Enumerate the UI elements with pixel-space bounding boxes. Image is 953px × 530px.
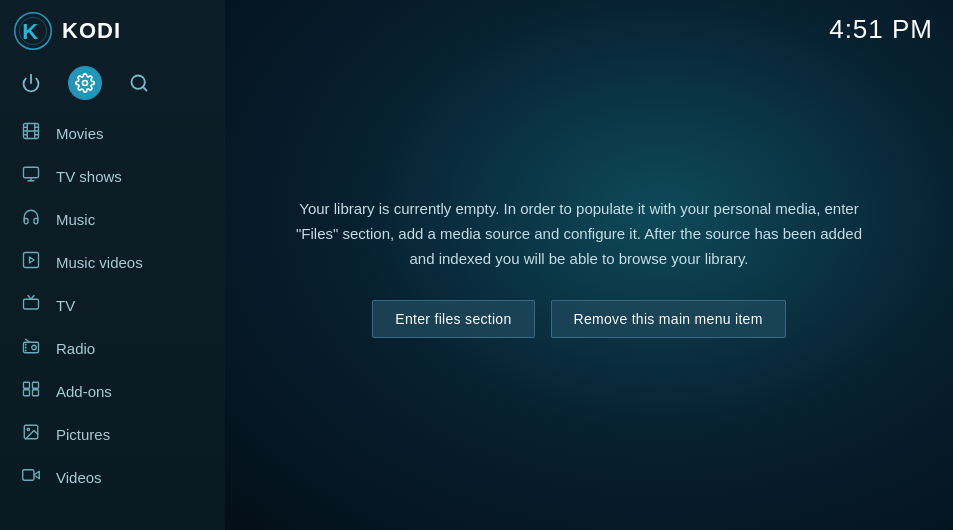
empty-library-panel: Your library is currently empty. In orde… <box>225 5 933 530</box>
svg-rect-27 <box>33 382 39 388</box>
svg-text:K: K <box>22 19 38 44</box>
sidebar: K KODI <box>0 0 225 530</box>
svg-point-31 <box>27 428 29 430</box>
tv-label: TV <box>56 297 75 314</box>
svg-point-22 <box>32 345 37 350</box>
addons-icon <box>20 380 42 403</box>
videos-label: Videos <box>56 469 102 486</box>
kodi-logo-icon: K <box>14 12 52 50</box>
sidebar-item-radio[interactable]: Radio <box>0 327 225 370</box>
svg-rect-15 <box>24 167 39 178</box>
videos-icon <box>20 466 42 489</box>
movies-icon <box>20 122 42 145</box>
svg-rect-20 <box>24 299 39 309</box>
music-videos-icon <box>20 251 42 274</box>
sidebar-icon-bar <box>0 58 225 112</box>
music-icon <box>20 208 42 231</box>
radio-label: Radio <box>56 340 95 357</box>
tv-shows-icon <box>20 165 42 188</box>
sidebar-nav: Movies TV shows Music <box>0 112 225 530</box>
svg-rect-28 <box>24 390 30 396</box>
movies-label: Movies <box>56 125 104 142</box>
search-icon <box>129 73 149 93</box>
library-empty-message: Your library is currently empty. In orde… <box>285 197 873 271</box>
main-content: 4:51 PM Your library is currently empty.… <box>225 0 953 530</box>
sidebar-item-music-videos[interactable]: Music videos <box>0 241 225 284</box>
gear-icon <box>75 73 95 93</box>
power-button[interactable] <box>14 66 48 100</box>
sidebar-item-music[interactable]: Music <box>0 198 225 241</box>
svg-rect-18 <box>24 253 39 268</box>
music-videos-label: Music videos <box>56 254 143 271</box>
sidebar-item-pictures[interactable]: Pictures <box>0 413 225 456</box>
search-button[interactable] <box>122 66 156 100</box>
addons-label: Add-ons <box>56 383 112 400</box>
sidebar-item-addons[interactable]: Add-ons <box>0 370 225 413</box>
pictures-label: Pictures <box>56 426 110 443</box>
enter-files-button[interactable]: Enter files section <box>372 300 534 338</box>
action-buttons: Enter files section Remove this main men… <box>372 300 785 338</box>
radio-icon <box>20 337 42 360</box>
sidebar-item-movies[interactable]: Movies <box>0 112 225 155</box>
sidebar-item-videos[interactable]: Videos <box>0 456 225 499</box>
settings-button[interactable] <box>68 66 102 100</box>
svg-point-4 <box>83 81 88 86</box>
sidebar-item-tv[interactable]: TV <box>0 284 225 327</box>
svg-rect-29 <box>33 390 39 396</box>
svg-rect-33 <box>23 470 34 481</box>
svg-marker-19 <box>30 257 35 263</box>
tv-icon <box>20 294 42 317</box>
power-icon <box>21 73 41 93</box>
sidebar-item-tv-shows[interactable]: TV shows <box>0 155 225 198</box>
svg-rect-26 <box>24 382 30 388</box>
remove-menu-item-button[interactable]: Remove this main menu item <box>551 300 786 338</box>
pictures-icon <box>20 423 42 446</box>
svg-marker-32 <box>34 471 39 479</box>
svg-line-6 <box>143 87 147 91</box>
tv-shows-label: TV shows <box>56 168 122 185</box>
sidebar-header: K KODI <box>0 0 225 58</box>
app-title: KODI <box>62 18 121 44</box>
music-label: Music <box>56 211 95 228</box>
